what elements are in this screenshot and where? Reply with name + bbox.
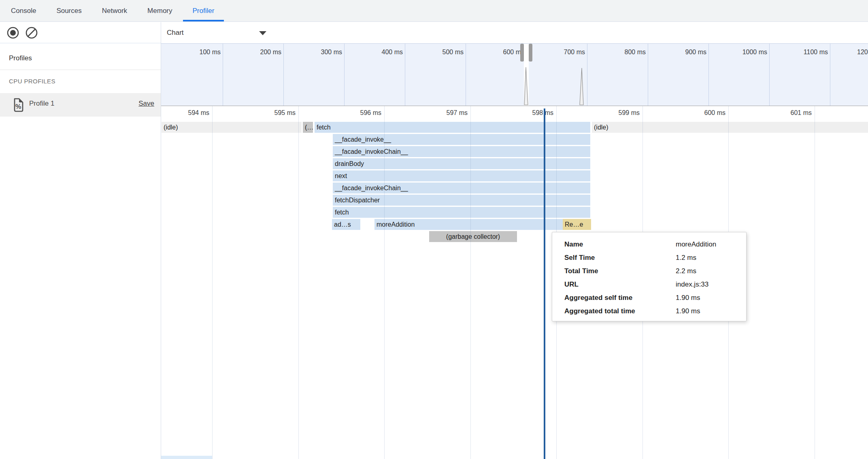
frame-details-tooltip: Name moreAddition Self Time 1.2 ms Total… — [552, 232, 747, 321]
ruler-tick-label: 596 ms — [345, 109, 381, 117]
sidebar-divider — [0, 70, 161, 70]
svg-text:%: % — [15, 103, 21, 110]
record-icon — [6, 26, 20, 40]
tab-console[interactable]: Console — [1, 0, 46, 21]
flame-bar-drainbody[interactable]: drainBody — [333, 158, 590, 169]
tooltip-label: URL — [564, 280, 676, 294]
flame-bar-facade-invoke[interactable]: __facade_invoke__ — [333, 134, 590, 145]
flame-bar-fetch-outer[interactable]: fetch — [315, 122, 590, 133]
tooltip-label: Self Time — [564, 254, 676, 267]
profile-name: Profile 1 — [29, 100, 54, 108]
tab-sources[interactable]: Sources — [47, 0, 91, 21]
ruler-tick-label: 594 ms — [173, 109, 209, 117]
tab-network[interactable]: Network — [92, 0, 137, 21]
devtools-profiler-panel: Console Sources Network Memory Profiler … — [0, 0, 868, 459]
profile-document-icon: % — [13, 98, 24, 112]
tooltip-row: URL index.js:33 — [564, 280, 746, 294]
tooltip-value: 2.2 ms — [676, 267, 696, 280]
tooltip-value: moreAddition — [676, 240, 716, 254]
next-row-peek-bar — [161, 456, 212, 459]
save-profile-link[interactable]: Save — [138, 100, 154, 108]
tooltip-value: 1.2 ms — [676, 254, 696, 267]
clear-button[interactable] — [25, 26, 38, 40]
ruler-tick-label: 595 ms — [259, 109, 296, 117]
tab-memory[interactable]: Memory — [138, 0, 182, 21]
tab-profiler[interactable]: Profiler — [183, 0, 224, 21]
flame-bar-garbage-collector[interactable]: (garbage collector) — [429, 231, 517, 242]
selection-handle-right[interactable] — [529, 44, 532, 62]
tooltip-label: Aggregated self time — [564, 294, 676, 307]
view-mode-dropdown[interactable]: Chart — [167, 26, 268, 39]
profiler-toolbar — [0, 22, 161, 43]
tooltip-row: Aggregated total time 1.90 ms — [564, 307, 746, 321]
flame-bar-fetchdispatcher[interactable]: fetchDispatcher — [333, 195, 590, 206]
flame-bar-moreaddition[interactable]: moreAddition — [374, 219, 563, 230]
chart-toolbar: Chart — [161, 22, 868, 43]
cpu-profiles-section-title: CPU PROFILES — [9, 78, 55, 85]
flame-bar-fetch-inner[interactable]: fetch — [333, 207, 590, 218]
flame-bar-facade-invokechain[interactable]: __facade_invokeChain__ — [333, 183, 590, 193]
flamechart-time-ruler: 594 ms 595 ms 596 ms 597 ms 598 ms 599 m… — [161, 106, 868, 122]
flame-bar-idle[interactable]: (idle) — [592, 122, 868, 133]
devtools-tab-bar: Console Sources Network Memory Profiler — [0, 0, 868, 22]
sidebar-heading: Profiles — [9, 54, 32, 62]
ruler-tick-label: 600 ms — [689, 109, 725, 117]
record-button[interactable] — [6, 26, 20, 40]
ruler-tick-label: 599 ms — [603, 109, 640, 117]
tooltip-row: Self Time 1.2 ms — [564, 254, 746, 267]
selection-handle-left[interactable] — [520, 44, 524, 62]
flamechart-area[interactable]: (idle) (… fetch (idle) __facade_invoke__… — [161, 122, 868, 459]
cpu-activity-spikes — [161, 44, 868, 106]
tooltip-row: Aggregated self time 1.90 ms — [564, 294, 746, 307]
clear-icon — [25, 26, 38, 40]
tooltip-row: Name moreAddition — [564, 240, 746, 254]
ruler-tick-label: 601 ms — [775, 109, 812, 117]
time-marker-line[interactable] — [544, 108, 545, 459]
tooltip-label: Total Time — [564, 267, 676, 280]
tooltip-row: Total Time 2.2 ms — [564, 267, 746, 280]
tooltip-value: 1.90 ms — [676, 307, 700, 321]
ruler-tick-label: 597 ms — [431, 109, 468, 117]
flame-bar-truncated[interactable]: (… — [303, 122, 313, 133]
flame-bar-facade-invokechain[interactable]: __facade_invokeChain__ — [333, 146, 590, 157]
tooltip-value: 1.90 ms — [676, 294, 700, 307]
tooltip-label: Name — [564, 240, 676, 254]
ruler-tick-label: 598 ms — [517, 109, 553, 117]
tooltip-label: Aggregated total time — [564, 307, 676, 321]
tooltip-value: index.js:33 — [676, 280, 708, 294]
flame-bar-addnumbers[interactable]: ad…s — [332, 219, 360, 230]
view-mode-value: Chart — [167, 29, 184, 37]
flame-bar-hot-frame[interactable]: Re…e — [563, 219, 591, 230]
flame-bar-next[interactable]: next — [333, 170, 590, 181]
profile-list-item[interactable]: % Profile 1 Save — [0, 93, 161, 117]
chevron-down-icon — [259, 31, 266, 35]
flame-bar-idle[interactable]: (idle) — [162, 122, 302, 133]
profile-overview-strip[interactable]: 100 ms 200 ms 300 ms 400 ms 500 ms 600 m… — [161, 43, 868, 106]
